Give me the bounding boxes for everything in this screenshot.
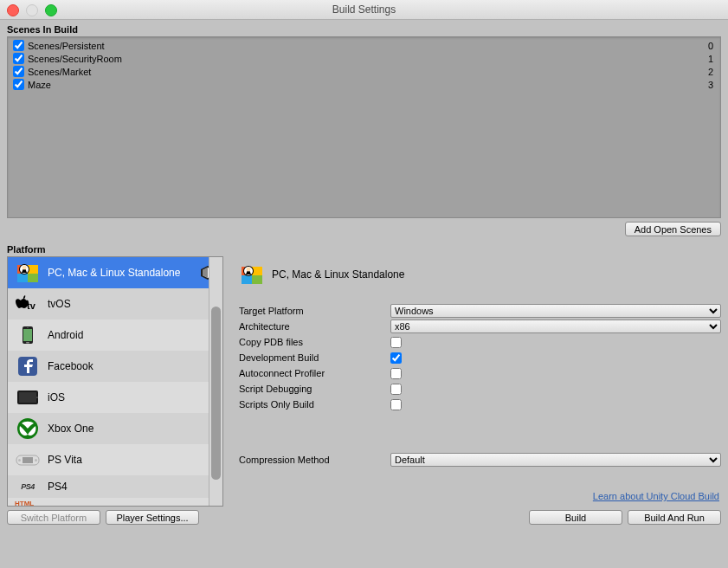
platform-label: Android xyxy=(48,329,216,341)
android-icon xyxy=(15,322,41,348)
platform-item-standalone[interactable]: PC, Mac & Linux Standalone xyxy=(8,257,222,288)
appletv-icon: tv xyxy=(15,291,41,317)
scene-row[interactable]: Scenes/Persistent 0 xyxy=(8,39,720,52)
platform-label: PS4 xyxy=(48,481,216,493)
scene-label: Scenes/Persistent xyxy=(28,41,708,51)
close-icon[interactable] xyxy=(7,4,19,16)
platform-item-android[interactable]: Android xyxy=(8,320,222,351)
row-autoconnect: Autoconnect Profiler xyxy=(239,365,721,381)
scenes-header: Scenes In Build xyxy=(0,20,728,36)
scene-label: Scenes/Market xyxy=(28,67,708,77)
checkbox-script-debug[interactable] xyxy=(390,384,402,395)
svg-rect-1 xyxy=(28,274,38,282)
platform-item-facebook[interactable]: Facebook xyxy=(8,351,222,382)
row-scripts-only: Scripts Only Build xyxy=(239,397,721,412)
scene-checkbox[interactable] xyxy=(13,66,24,77)
svg-point-30 xyxy=(247,268,251,272)
window-controls xyxy=(7,4,57,16)
svg-text:tv: tv xyxy=(27,300,36,311)
scenes-list[interactable]: Scenes/Persistent 0 Scenes/SecurityRoom … xyxy=(7,36,721,218)
scene-index: 0 xyxy=(708,41,715,51)
scene-row[interactable]: Scenes/Market 2 xyxy=(8,65,720,78)
scene-row[interactable]: Maze 3 xyxy=(8,78,720,91)
svg-point-13 xyxy=(27,327,28,328)
zoom-icon[interactable] xyxy=(45,4,57,16)
svg-rect-14 xyxy=(26,342,29,344)
svg-rect-0 xyxy=(17,274,28,282)
scene-checkbox[interactable] xyxy=(13,79,24,90)
html-icon: HTML xyxy=(15,500,34,507)
platform-item-ps4[interactable]: PS4 PS4 xyxy=(8,475,222,498)
svg-point-18 xyxy=(36,397,38,398)
label-script-debug: Script Debugging xyxy=(239,384,390,394)
ps4-icon: PS4 xyxy=(15,474,41,500)
psvita-icon xyxy=(15,447,41,473)
checkbox-copy-pdb[interactable] xyxy=(390,337,402,348)
scene-index: 2 xyxy=(708,67,715,77)
platform-item-xboxone[interactable]: Xbox One xyxy=(8,413,222,444)
row-target-platform: Target Platform Windows xyxy=(239,303,721,319)
minimize-icon[interactable] xyxy=(26,4,38,16)
svg-rect-25 xyxy=(252,275,262,284)
label-dev-build: Development Build xyxy=(239,352,390,363)
settings-panel: PC, Mac & Linux Standalone Target Platfo… xyxy=(223,256,721,507)
svg-rect-17 xyxy=(19,392,36,403)
platform-item-ios[interactable]: iOS xyxy=(8,382,222,413)
row-script-debug: Script Debugging xyxy=(239,381,721,397)
svg-point-23 xyxy=(35,459,37,462)
platform-label: Facebook xyxy=(48,360,216,372)
scene-checkbox[interactable] xyxy=(13,53,24,64)
svg-rect-21 xyxy=(23,457,33,463)
bottom-bar: Switch Platform Player Settings... Build… xyxy=(0,507,728,532)
ios-icon xyxy=(15,384,41,410)
platform-item-tvos[interactable]: tv tvOS xyxy=(8,288,222,320)
label-compression: Compression Method xyxy=(239,455,390,465)
select-target-platform[interactable]: Windows xyxy=(390,304,721,318)
build-button[interactable]: Build xyxy=(529,510,622,525)
add-open-scenes-button[interactable]: Add Open Scenes xyxy=(625,222,721,236)
label-copy-pdb: Copy PDB files xyxy=(239,337,390,347)
checkbox-scripts-only[interactable] xyxy=(390,399,402,410)
player-settings-button[interactable]: Player Settings... xyxy=(106,510,199,525)
svg-point-6 xyxy=(23,266,27,270)
platform-label: PC, Mac & Linux Standalone xyxy=(48,267,200,279)
svg-rect-12 xyxy=(23,329,32,341)
row-dev-build: Development Build xyxy=(239,350,721,365)
standalone-icon xyxy=(239,261,265,287)
cloud-build-link[interactable]: Learn about Unity Cloud Build xyxy=(239,491,721,501)
platform-label: Xbox One xyxy=(48,423,216,435)
titlebar: Build Settings xyxy=(0,0,728,20)
scene-checkbox[interactable] xyxy=(13,40,24,51)
scene-label: Maze xyxy=(28,80,708,90)
scene-row[interactable]: Scenes/SecurityRoom 1 xyxy=(8,52,720,65)
facebook-icon xyxy=(15,353,41,379)
checkbox-autoconnect[interactable] xyxy=(390,368,402,379)
row-architecture: Architecture x86 xyxy=(239,319,721,334)
platform-item-psvita[interactable]: PS Vita xyxy=(8,444,222,475)
label-target-platform: Target Platform xyxy=(239,306,390,316)
scene-index: 3 xyxy=(708,80,715,90)
platform-scrollbar[interactable] xyxy=(209,257,222,506)
svg-point-22 xyxy=(18,459,21,462)
select-architecture[interactable]: x86 xyxy=(390,320,721,333)
window-title: Build Settings xyxy=(332,3,396,16)
label-autoconnect: Autoconnect Profiler xyxy=(239,368,390,378)
platform-header: Platform xyxy=(0,240,728,256)
build-and-run-button[interactable]: Build And Run xyxy=(628,510,721,525)
label-scripts-only: Scripts Only Build xyxy=(239,399,390,410)
scene-label: Scenes/SecurityRoom xyxy=(28,54,708,64)
platform-label: iOS xyxy=(48,391,216,403)
scrollbar-thumb[interactable] xyxy=(211,307,221,480)
label-architecture: Architecture xyxy=(239,321,390,332)
xbox-icon xyxy=(15,416,41,442)
standalone-icon xyxy=(15,260,41,286)
switch-platform-button[interactable]: Switch Platform xyxy=(7,510,100,525)
settings-title: PC, Mac & Linux Standalone xyxy=(272,268,404,281)
svg-rect-24 xyxy=(242,275,252,284)
checkbox-dev-build[interactable] xyxy=(390,352,402,364)
select-compression[interactable]: Default xyxy=(390,453,721,467)
platform-label: PS Vita xyxy=(48,454,216,466)
platform-label: tvOS xyxy=(48,298,216,310)
platform-list[interactable]: PC, Mac & Linux Standalone tv tvOS Andro… xyxy=(7,256,223,507)
row-compression: Compression Method Default xyxy=(239,452,721,468)
